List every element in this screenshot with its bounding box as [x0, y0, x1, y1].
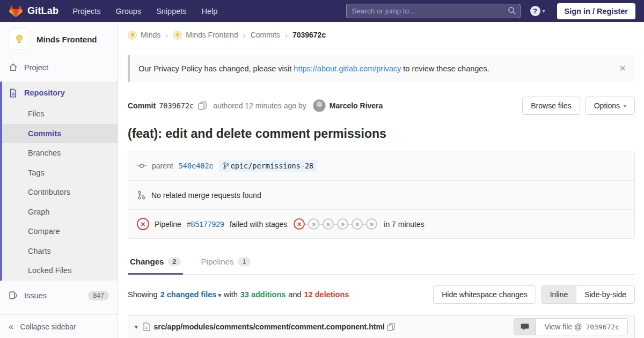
- ref-badge[interactable]: epic/permissions-28: [219, 160, 317, 172]
- pipeline-stage-failed-icon[interactable]: [294, 218, 305, 230]
- sidebar-item-project[interactable]: Project: [0, 57, 118, 77]
- additions-count: 33 additions: [240, 290, 286, 299]
- issues-icon: [9, 291, 18, 300]
- copy-icon: [387, 323, 395, 331]
- gitlab-brand[interactable]: GitLab: [9, 4, 58, 18]
- collapse-sidebar-button[interactable]: Collapse sidebar: [0, 314, 118, 338]
- breadcrumb-group[interactable]: Minds: [128, 31, 160, 40]
- help-menu[interactable]: [530, 6, 545, 16]
- gitlab-tanuki-icon: [9, 4, 23, 18]
- sidebar-section-repository: Repository Files Commits Branches Tags C…: [0, 82, 118, 281]
- banner-text: Our Privacy Policy has changed, please v…: [138, 64, 489, 73]
- copy-sha-button[interactable]: [198, 101, 210, 110]
- sidebar-item-commits[interactable]: Commits: [2, 124, 118, 144]
- diff-summary-row: Showing 2 changed files with 33 addition…: [128, 285, 635, 304]
- project-name: Minds Frontend: [36, 35, 97, 44]
- project-avatar: [9, 28, 30, 50]
- chevron-down-icon: [624, 103, 626, 109]
- commit-title: (feat): edit and delete comment permissi…: [128, 127, 635, 141]
- copy-file-path-button[interactable]: [387, 323, 398, 331]
- changed-files-dropdown[interactable]: 2 changed files: [160, 290, 221, 299]
- sidebar-item-repository[interactable]: Repository: [2, 82, 118, 104]
- document-icon: [9, 89, 18, 98]
- sidebar-item-contributors[interactable]: Contributors: [2, 182, 118, 202]
- file-path-link[interactable]: src/app/modules/comments/comment/comment…: [154, 322, 385, 331]
- changes-count-badge: 2: [168, 257, 180, 266]
- breadcrumb-current-sha: 7039672c: [292, 31, 326, 39]
- nav-link-snippets[interactable]: Snippets: [156, 7, 186, 16]
- pipeline-id-link[interactable]: #85177929: [187, 220, 224, 229]
- git-commit-icon: [137, 161, 147, 170]
- sidebar-item-locked-files[interactable]: Locked Files: [2, 261, 118, 281]
- brand-wordmark: GitLab: [27, 5, 58, 17]
- commit-sha: 7039672c: [159, 101, 194, 110]
- project-avatar-mini: [173, 31, 182, 40]
- chevron-down-icon: [543, 8, 545, 14]
- chevron-separator-icon: [243, 31, 246, 40]
- nav-link-help[interactable]: Help: [202, 7, 218, 16]
- breadcrumb-commits[interactable]: Commits: [251, 31, 280, 39]
- deletions-count: 12 deletions: [304, 290, 349, 299]
- sidebar-item-issues[interactable]: Issues 847: [0, 284, 118, 307]
- options-dropdown-button[interactable]: Options: [586, 97, 635, 115]
- commit-meta-row: Commit 7039672c authored 12 minutes ago …: [128, 97, 635, 115]
- pipeline-stage-skipped-icon[interactable]: [337, 218, 348, 230]
- navbar-links: Projects Groups Snippets Help: [72, 7, 217, 16]
- breadcrumb-project[interactable]: Minds Frontend: [173, 31, 238, 40]
- privacy-policy-banner: Our Privacy Policy has changed, please v…: [128, 55, 635, 82]
- comment-bubble-icon: [521, 323, 529, 331]
- pipeline-stage-skipped-icon[interactable]: [352, 218, 363, 230]
- privacy-policy-link[interactable]: https://about.gitlab.com/privacy: [294, 64, 401, 73]
- chevron-separator-icon: [285, 31, 288, 40]
- sidebar-item-compare[interactable]: Compare: [2, 222, 118, 241]
- view-file-button[interactable]: View file @ 7039672c: [536, 318, 628, 335]
- pipeline-stage-skipped-icon[interactable]: [366, 218, 377, 230]
- toggle-comments-button[interactable]: [514, 318, 536, 335]
- pipeline-mini-graph: [294, 218, 377, 230]
- home-icon: [9, 63, 18, 72]
- issues-count-badge: 847: [88, 291, 109, 300]
- nav-link-groups[interactable]: Groups: [116, 7, 142, 16]
- parent-commit-row: parent 540e402e epic/permissions-28: [128, 151, 634, 180]
- group-avatar: [128, 31, 137, 40]
- project-context[interactable]: Minds Frontend: [0, 22, 118, 57]
- breadcrumb: Minds Minds Frontend Commits 7039672c: [119, 22, 644, 48]
- sidebar-item-charts[interactable]: Charts: [2, 241, 118, 261]
- tab-pipelines[interactable]: Pipelines 1: [199, 251, 253, 275]
- pipeline-stage-skipped-icon[interactable]: [308, 218, 319, 230]
- sign-in-register-button[interactable]: Sign in / Register: [557, 3, 635, 19]
- pipeline-stage-skipped-icon[interactable]: [323, 218, 334, 230]
- git-merge-icon: [137, 190, 146, 200]
- hide-whitespace-button[interactable]: Hide whitespace changes: [433, 285, 536, 304]
- side-by-side-view-button[interactable]: Side-by-side: [576, 285, 635, 304]
- pipeline-label: Pipeline: [155, 220, 181, 229]
- pipeline-failed-icon[interactable]: [137, 218, 149, 230]
- collapse-file-caret-icon[interactable]: [135, 324, 138, 330]
- search-input[interactable]: [346, 4, 521, 18]
- banner-close-icon[interactable]: [619, 64, 626, 73]
- file-icon: [143, 322, 150, 331]
- nav-link-projects[interactable]: Projects: [72, 7, 100, 16]
- tab-changes[interactable]: Changes 2: [128, 251, 183, 275]
- inline-view-button[interactable]: Inline: [541, 285, 576, 304]
- commit-label: Commit: [128, 101, 156, 110]
- sidebar-item-files[interactable]: Files: [2, 104, 118, 124]
- parent-sha-link[interactable]: 540e402e: [179, 161, 214, 170]
- sidebar-item-branches[interactable]: Branches: [2, 143, 118, 163]
- diff-summary-text: Showing 2 changed files with 33 addition…: [128, 290, 349, 299]
- author-avatar[interactable]: [313, 99, 326, 112]
- project-sidebar: Minds Frontend Project Repository Files …: [0, 22, 118, 338]
- chevron-separator-icon: [165, 31, 168, 40]
- sidebar-item-tags[interactable]: Tags: [2, 163, 118, 183]
- diff-file-header: src/app/modules/comments/comment/comment…: [128, 315, 635, 338]
- sidebar-item-graph[interactable]: Graph: [2, 202, 118, 222]
- author-name-link[interactable]: Marcelo Rivera: [330, 101, 383, 110]
- search-icon: [508, 6, 516, 15]
- merge-request-row: No related merge requests found: [128, 180, 634, 209]
- pipelines-count-badge: 1: [238, 257, 250, 266]
- collapse-chevrons-icon: [9, 322, 13, 331]
- authored-text: authored 12 minutes ago by: [213, 101, 306, 110]
- browse-files-button[interactable]: Browse files: [522, 97, 580, 115]
- lightbulb-icon: [175, 32, 180, 38]
- commit-tabs: Changes 2 Pipelines 1: [128, 251, 635, 275]
